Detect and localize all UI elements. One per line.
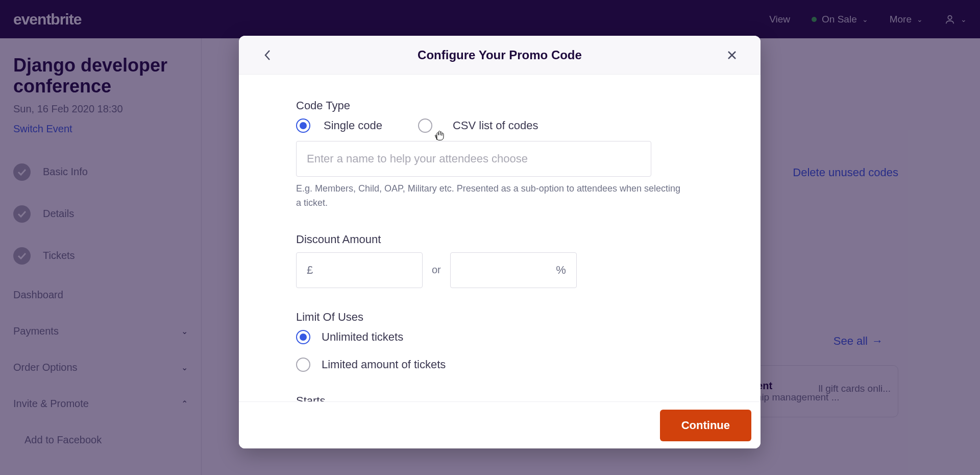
code-type-radios: Single code CSV list of codes [296,118,703,133]
radio-label: Single code [324,119,382,132]
radio-label: CSV list of codes [453,119,538,132]
starts-label: Starts [296,394,703,401]
radio-limited[interactable]: Limited amount of tickets [296,358,703,372]
radio-unlimited[interactable]: Unlimited tickets [296,330,703,344]
percent-symbol: % [556,264,566,277]
discount-row: £ or % [296,252,703,288]
limit-label: Limit Of Uses [296,311,703,324]
radio-icon [296,118,310,133]
discount-currency-input[interactable]: £ [296,252,423,288]
continue-button[interactable]: Continue [660,410,751,441]
modal-header: Configure Your Promo Code [239,36,761,75]
section-starts: Starts Now ⌄ [296,394,703,401]
discount-percent-input[interactable]: % [450,252,577,288]
or-label: or [432,264,441,276]
radio-label: Unlimited tickets [322,330,403,344]
close-icon [727,50,737,60]
back-button[interactable] [260,48,275,62]
radio-icon [296,358,310,372]
close-button[interactable] [725,48,739,62]
currency-symbol: £ [307,264,313,277]
chevron-left-icon [264,50,271,61]
modal-title: Configure Your Promo Code [275,48,725,62]
modal-body: Code Type Single code CSV list of codes … [239,75,761,401]
radio-single-code[interactable]: Single code [296,118,382,133]
code-type-label: Code Type [296,99,703,112]
modal-footer: Continue [239,401,761,448]
discount-label: Discount Amount [296,233,703,246]
radio-label: Limited amount of tickets [322,358,446,371]
section-discount: Discount Amount £ or % [296,233,703,288]
section-code-type: Code Type Single code CSV list of codes … [296,99,703,210]
radio-csv-codes[interactable]: CSV list of codes [418,118,538,133]
radio-icon [418,118,432,133]
code-name-help: E.g. Members, Child, OAP, Military etc. … [296,182,684,210]
radio-icon [296,330,310,344]
code-name-input[interactable] [296,141,651,177]
section-limit: Limit Of Uses Unlimited tickets Limited … [296,311,703,372]
promo-code-modal: Configure Your Promo Code Code Type Sing… [239,36,761,448]
